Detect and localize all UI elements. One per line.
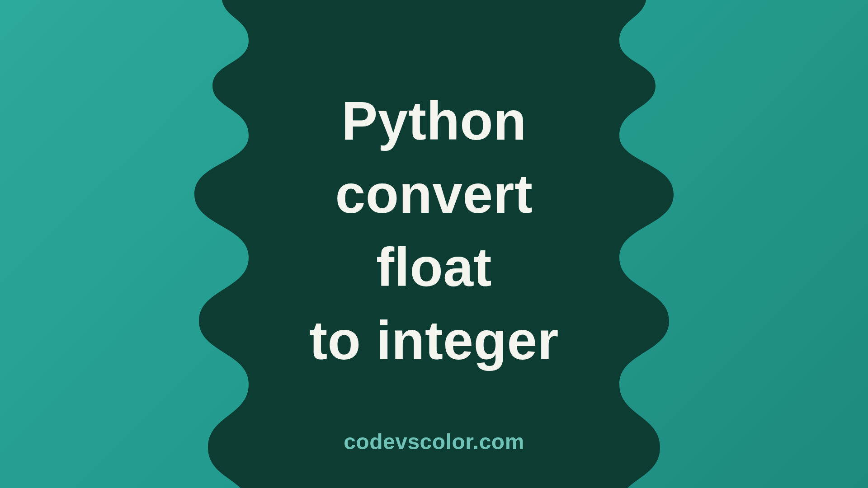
site-name: codevscolor.com [344,429,524,454]
title-line-2: convert [335,164,533,224]
title-line-4: to integer [309,310,559,371]
main-title: Python convert float to integer [309,84,559,377]
title-line-1: Python [341,90,527,151]
content-wrapper: Python convert float to integer codevsco… [0,0,868,488]
title-line-3: float [376,237,492,297]
